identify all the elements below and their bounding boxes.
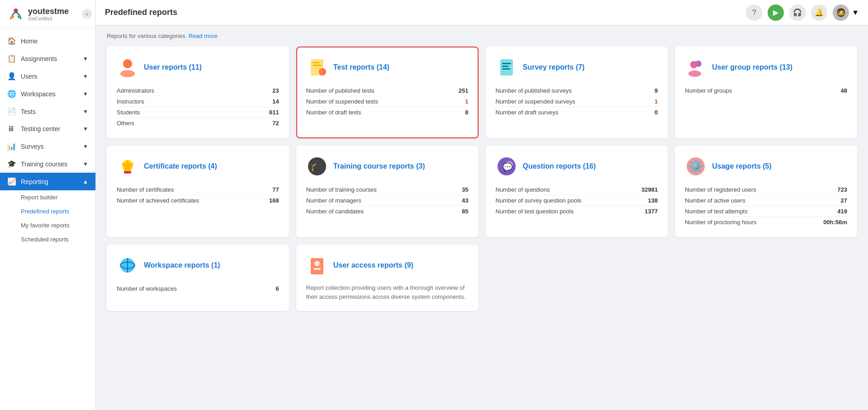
sidebar-item-reporting-label: Reporting	[21, 178, 48, 185]
sidebar-sub-scheduled-reports[interactable]: Scheduled reports	[0, 232, 95, 246]
card-row-value: 23	[272, 87, 279, 94]
sidebar-item-tests[interactable]: 📄 Tests ▼	[0, 103, 95, 120]
card-icon-usage-reports: ⚙️	[685, 156, 707, 177]
card-icon-user-group-reports	[685, 57, 707, 78]
play-button[interactable]: ▶	[768, 5, 784, 21]
svg-rect-13	[502, 68, 510, 70]
headset-button[interactable]: 🎧	[789, 5, 806, 21]
help-button[interactable]: ?	[746, 5, 762, 21]
card-row: Number of survey question pools 138	[496, 195, 658, 206]
card-row-label: Number of suspended surveys	[496, 98, 575, 105]
card-row-value: 6	[276, 285, 279, 292]
bell-button[interactable]: 🔔	[811, 5, 827, 21]
card-row-label: Number of active users	[685, 197, 745, 204]
card-usage-reports[interactable]: ⚙️ Usage reports (5) Number of registere…	[675, 146, 857, 237]
chevron-down-icon: ▼	[83, 161, 88, 167]
chevron-down-icon: ▼	[83, 73, 88, 80]
card-row: Administrators 23	[117, 85, 279, 96]
svg-rect-33	[313, 268, 321, 270]
card-title-training-course-reports: Training course reports (3)	[333, 162, 425, 170]
card-question-reports[interactable]: 💬 Question reports (16) Number of questi…	[486, 146, 668, 237]
home-icon: 🏠	[7, 37, 16, 45]
collapse-button[interactable]: «	[82, 9, 92, 19]
card-header: ⚙️ Usage reports (5)	[685, 156, 847, 177]
card-training-course-reports[interactable]: 🎓 Training course reports (3) Number of …	[296, 146, 479, 237]
card-user-access-reports[interactable]: User access reports (9) Report collectio…	[296, 245, 479, 311]
logo-area: youtestme GetCertified «	[0, 0, 95, 28]
svg-point-4	[120, 70, 135, 77]
card-row-value: 723	[837, 186, 847, 193]
card-row-label: Number of published surveys	[496, 87, 572, 94]
sidebar-item-users[interactable]: 👤 Users ▼	[0, 67, 95, 85]
card-icon-question-reports: 💬	[496, 156, 517, 177]
card-row-label: Number of workspaces	[117, 285, 177, 292]
sidebar-item-training-courses-label: Training courses	[21, 160, 67, 168]
card-row: Number of workspaces 6	[117, 283, 279, 294]
sidebar-item-assignments-label: Assignments	[21, 55, 57, 62]
topbar: Predefined reports ? ▶ 🎧 🔔 🧔 ▼	[96, 0, 868, 25]
card-row-value: 8	[465, 109, 468, 116]
card-row-value: 85	[462, 208, 468, 215]
card-row-value: 48	[841, 87, 847, 94]
surveys-icon: 📊	[7, 142, 16, 151]
svg-point-1	[11, 15, 14, 19]
read-more-link[interactable]: Read more	[189, 33, 218, 39]
card-icon-workspace-reports	[117, 254, 138, 276]
sidebar-sub-predefined-reports[interactable]: Predefined reports	[0, 204, 95, 218]
logo-name: youtestme	[28, 7, 69, 16]
sidebar-item-workspaces[interactable]: 🌐 Workspaces ▼	[0, 85, 95, 103]
cards-grid: User reports (11) Administrators 23 Inst…	[107, 47, 857, 311]
card-certificate-reports[interactable]: Certificate reports (4) Number of certif…	[107, 146, 289, 237]
card-row-label: Number of test attempts	[685, 208, 748, 215]
sidebar-item-training-courses[interactable]: 🎓 Training courses ▼	[0, 155, 95, 173]
sidebar-item-assignments[interactable]: 📋 Assignments ▼	[0, 50, 95, 67]
my-favorite-reports-label: My favorite reports	[21, 222, 70, 229]
card-row-label: Number of proctoring hours	[685, 219, 756, 226]
training-courses-icon: 🎓	[7, 160, 16, 168]
svg-text:!: !	[321, 70, 322, 75]
card-icon-training-course-reports: 🎓	[306, 156, 328, 177]
card-row: Number of test attempts 419	[685, 206, 847, 217]
card-row-value: 1	[655, 98, 658, 105]
svg-rect-19	[124, 171, 131, 174]
chevron-down-icon: ▼	[83, 143, 88, 150]
card-title-user-group-reports: User group reports (13)	[712, 63, 792, 71]
sidebar-sub-my-favorite-reports[interactable]: My favorite reports	[0, 218, 95, 232]
sidebar-item-surveys[interactable]: 📊 Surveys ▼	[0, 137, 95, 155]
card-row-label: Number of questions	[496, 186, 550, 193]
logo-sub: GetCertified	[28, 16, 69, 21]
tests-icon: 📄	[7, 107, 16, 116]
card-test-reports[interactable]: ! Test reports (14) Number of published …	[296, 47, 479, 138]
svg-text:💬: 💬	[503, 162, 513, 172]
users-icon: 👤	[7, 72, 16, 80]
card-row: Number of draft tests 8	[306, 107, 469, 118]
card-row: Number of test question pools 1377	[496, 206, 658, 217]
sidebar-sub-report-builder[interactable]: Report builder	[0, 190, 95, 204]
sidebar-item-home[interactable]: 🏠 Home	[0, 32, 95, 50]
chevron-down-icon: ▼	[83, 91, 88, 97]
sidebar-item-reporting[interactable]: 📈 Reporting ▲	[0, 173, 95, 190]
svg-point-2	[18, 15, 21, 19]
card-user-reports[interactable]: User reports (11) Administrators 23 Inst…	[107, 47, 289, 138]
user-menu-button[interactable]: 🧔 ▼	[833, 5, 859, 21]
sidebar-item-home-label: Home	[21, 38, 38, 45]
card-user-group-reports[interactable]: User group reports (13) Number of groups…	[675, 47, 857, 138]
card-row: Number of draft surveys 0	[496, 107, 658, 118]
card-row-value: 72	[272, 120, 279, 127]
card-row: Number of groups 48	[685, 85, 847, 96]
card-header: Survey reports (7)	[496, 57, 658, 78]
svg-rect-6	[313, 62, 320, 63]
card-row: Number of proctoring hours 00h:56m	[685, 217, 847, 227]
subtitle-text: Reports for various categories.	[107, 33, 187, 39]
card-row-value: 27	[841, 197, 847, 204]
card-row-value: 168	[269, 197, 279, 204]
sidebar-item-testing-center[interactable]: 🖥 Testing center ▼	[0, 120, 95, 137]
card-row-value: 1377	[645, 208, 658, 215]
card-row-value: 611	[269, 109, 279, 116]
card-row: Number of managers 43	[306, 195, 469, 206]
card-row: Number of certificates 77	[117, 184, 279, 195]
card-workspace-reports[interactable]: Workspace reports (1) Number of workspac…	[107, 245, 289, 311]
card-survey-reports[interactable]: Survey reports (7) Number of published s…	[486, 47, 668, 138]
card-row-label: Number of certificates	[117, 186, 174, 193]
card-row: Number of suspended surveys 1	[496, 96, 658, 107]
